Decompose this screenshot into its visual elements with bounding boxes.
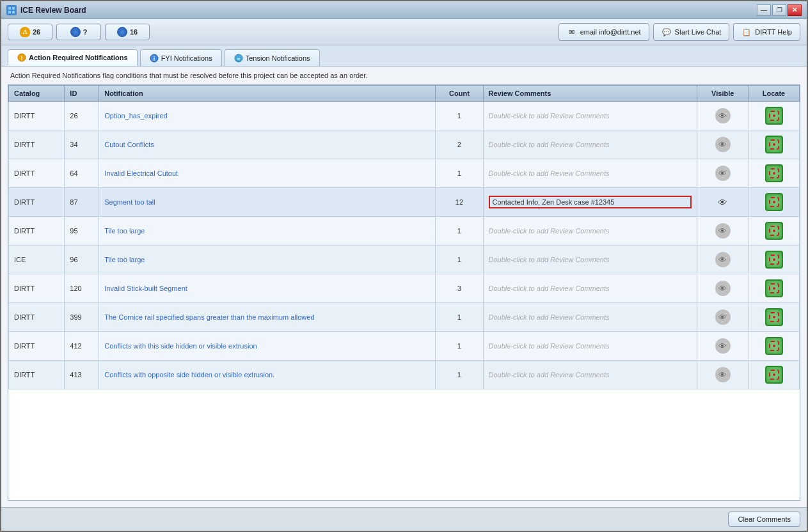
locate-dot-icon	[773, 258, 775, 261]
notification-link[interactable]: Invalid Electrical Cutout	[104, 169, 178, 177]
visibility-toggle[interactable]: 👁	[715, 281, 731, 296]
chat-icon: 💬	[661, 27, 672, 37]
cell-catalog: DIRTT	[9, 332, 65, 361]
cell-visible[interactable]: 👁	[697, 188, 749, 217]
cell-review[interactable]: Double-click to add Review Comments	[483, 361, 697, 389]
cell-locate[interactable]	[749, 159, 800, 188]
cell-visible[interactable]: 👁	[697, 274, 749, 303]
live-chat-button[interactable]: 💬 Start Live Chat	[653, 23, 730, 41]
locate-button[interactable]	[765, 193, 783, 211]
minimize-button[interactable]: —	[757, 4, 771, 16]
visibility-toggle[interactable]: 👁	[715, 338, 731, 354]
visibility-toggle[interactable]: 👁	[715, 367, 731, 382]
locate-dot-icon	[773, 373, 775, 376]
email-button[interactable]: ✉ email info@dirtt.net	[558, 23, 649, 41]
notification-link[interactable]: Conflicts with opposite side hidden or v…	[104, 371, 274, 379]
review-text[interactable]: Contacted Info, Zen Desk case #12345	[489, 196, 692, 208]
locate-button[interactable]	[765, 136, 783, 153]
cell-id: 412	[65, 332, 99, 361]
locate-dot-icon	[773, 287, 775, 290]
help-icon: 📋	[741, 27, 752, 37]
cell-visible[interactable]: 👁	[697, 102, 749, 130]
locate-inner-icon	[769, 226, 779, 236]
cell-visible[interactable]: 👁	[697, 130, 749, 159]
visibility-toggle[interactable]: 👁	[715, 223, 731, 239]
locate-button[interactable]	[765, 366, 783, 384]
cell-visible[interactable]: 👁	[697, 303, 749, 332]
review-placeholder: Double-click to add Review Comments	[489, 256, 610, 263]
restore-button[interactable]: ❐	[772, 4, 786, 16]
visibility-toggle[interactable]: 👁	[715, 108, 731, 123]
locate-button[interactable]	[765, 222, 783, 240]
cell-review[interactable]: Double-click to add Review Comments	[483, 274, 697, 303]
notification-link[interactable]: Option_has_expired	[104, 112, 167, 120]
cell-notification[interactable]: Cutout Conflicts	[99, 130, 436, 159]
visibility-toggle[interactable]: 👁	[715, 137, 731, 152]
locate-button[interactable]	[765, 279, 783, 297]
globe-count-button[interactable]: 16	[105, 24, 150, 40]
tab-action-required[interactable]: ! Action Required Notifications	[8, 49, 138, 66]
cell-notification[interactable]: Invalid Stick-built Segment	[99, 274, 436, 303]
cell-review[interactable]: Double-click to add Review Comments	[483, 332, 697, 361]
visibility-toggle[interactable]: 👁	[715, 194, 731, 210]
notification-link[interactable]: Cutout Conflicts	[104, 141, 154, 148]
tab-fyi[interactable]: i FYI Notifications	[140, 49, 222, 66]
shield-count-button[interactable]: ⚠ 26	[8, 24, 52, 40]
locate-button[interactable]	[765, 251, 783, 269]
notification-link[interactable]: Conflicts with this side hidden or visib…	[104, 342, 257, 350]
review-placeholder: Double-click to add Review Comments	[489, 141, 610, 148]
cell-locate[interactable]	[749, 217, 800, 246]
cell-review[interactable]: Contacted Info, Zen Desk case #12345	[483, 188, 697, 217]
notification-link[interactable]: Invalid Stick-built Segment	[104, 285, 187, 292]
notification-link[interactable]: Tile too large	[104, 256, 145, 263]
cell-visible[interactable]: 👁	[697, 246, 749, 274]
notification-link[interactable]: The Cornice rail specified spans greater…	[104, 313, 314, 321]
notifications-table-container[interactable]: Catalog ID Notification Count Review Com…	[8, 84, 800, 501]
notification-link[interactable]: Tile too large	[104, 227, 145, 235]
locate-button[interactable]	[765, 337, 783, 355]
cell-locate[interactable]	[749, 303, 800, 332]
cell-visible[interactable]: 👁	[697, 217, 749, 246]
locate-button[interactable]	[765, 164, 783, 182]
cell-review[interactable]: Double-click to add Review Comments	[483, 246, 697, 274]
cell-id: 95	[65, 217, 99, 246]
cell-notification[interactable]: The Cornice rail specified spans greater…	[99, 303, 436, 332]
cell-notification[interactable]: Tile too large	[99, 246, 436, 274]
cell-visible[interactable]: 👁	[697, 159, 749, 188]
visibility-toggle[interactable]: 👁	[715, 252, 731, 267]
cell-review[interactable]: Double-click to add Review Comments	[483, 102, 697, 130]
cell-count: 3	[436, 274, 483, 303]
clear-comments-button[interactable]: Clear Comments	[728, 512, 800, 527]
cell-review[interactable]: Double-click to add Review Comments	[483, 303, 697, 332]
cell-locate[interactable]	[749, 246, 800, 274]
cell-locate[interactable]	[749, 361, 800, 389]
window-icon	[6, 5, 17, 15]
cell-locate[interactable]	[749, 130, 800, 159]
cell-locate[interactable]	[749, 332, 800, 361]
cell-notification[interactable]: Tile too large	[99, 217, 436, 246]
cell-visible[interactable]: 👁	[697, 361, 749, 389]
visibility-toggle[interactable]: 👁	[715, 166, 731, 181]
tab-tension[interactable]: ≈ Tension Notifications	[225, 49, 320, 66]
cell-locate[interactable]	[749, 102, 800, 130]
review-placeholder: Double-click to add Review Comments	[489, 313, 610, 321]
cell-locate[interactable]	[749, 188, 800, 217]
notification-link[interactable]: Segment too tall	[104, 198, 155, 206]
cell-locate[interactable]	[749, 274, 800, 303]
cell-notification[interactable]: Invalid Electrical Cutout	[99, 159, 436, 188]
locate-button[interactable]	[765, 107, 783, 125]
close-button[interactable]: ✕	[788, 4, 802, 16]
cell-notification[interactable]: Conflicts with this side hidden or visib…	[99, 332, 436, 361]
cell-id: 399	[65, 303, 99, 332]
cell-notification[interactable]: Conflicts with opposite side hidden or v…	[99, 361, 436, 389]
cell-review[interactable]: Double-click to add Review Comments	[483, 217, 697, 246]
cell-notification[interactable]: Segment too tall	[99, 188, 436, 217]
cell-visible[interactable]: 👁	[697, 332, 749, 361]
help-button[interactable]: 📋 DIRTT Help	[733, 23, 800, 41]
globe-question-button[interactable]: ?	[56, 24, 101, 40]
cell-notification[interactable]: Option_has_expired	[99, 102, 436, 130]
visibility-toggle[interactable]: 👁	[715, 309, 731, 325]
cell-review[interactable]: Double-click to add Review Comments	[483, 130, 697, 159]
cell-review[interactable]: Double-click to add Review Comments	[483, 159, 697, 188]
locate-button[interactable]	[765, 308, 783, 326]
